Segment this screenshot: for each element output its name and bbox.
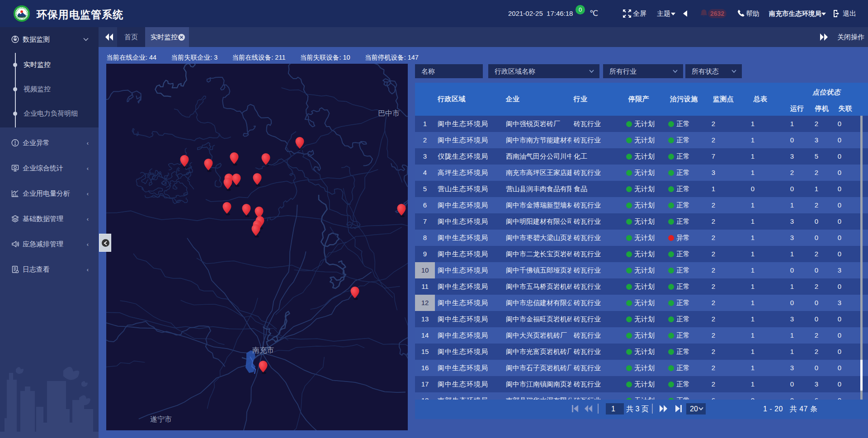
svg-text:遂宁市: 遂宁市 <box>150 415 172 423</box>
svg-text:巴中市: 巴中市 <box>378 109 400 117</box>
svg-text:南充市: 南充市 <box>252 346 274 354</box>
